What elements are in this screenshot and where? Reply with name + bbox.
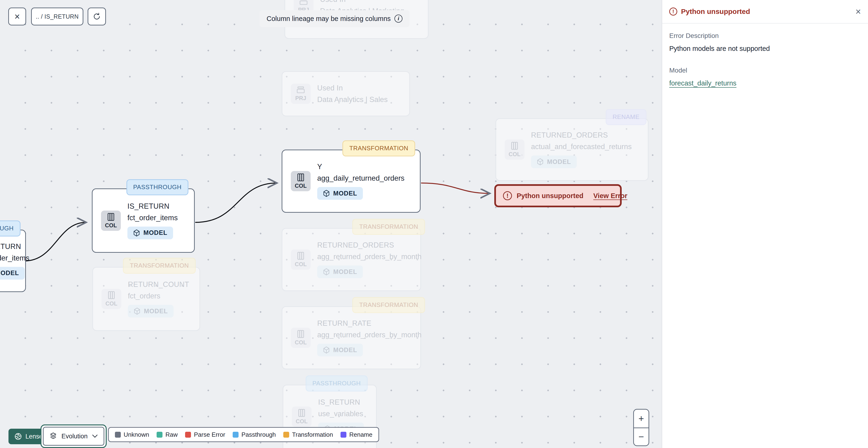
panel-title: Python unsupported: [681, 7, 750, 16]
lens-badge-passthrough: PASSTHROUGH: [0, 220, 21, 237]
model-chip: MODEL: [317, 187, 363, 200]
view-error-link[interactable]: View Error: [593, 192, 627, 200]
error-node-python-unsupported[interactable]: ! Python unsupported View Error: [494, 184, 622, 207]
lens-badge-transformation: TRANSFORMATION: [352, 219, 425, 235]
node-subtitle: agg_returned_orders_by_month: [317, 331, 422, 339]
legend-item-parse-error: Parse Error: [185, 431, 225, 438]
panel-header: ! Python unsupported ×: [662, 0, 868, 24]
lens-aperture-icon: [14, 432, 22, 441]
model-chip-label: MODEL: [333, 268, 357, 276]
error-description-label: Error Description: [669, 32, 861, 39]
panel-body: Error Description Python models are not …: [662, 24, 868, 96]
node-title: RETURNED_ORDERS: [531, 131, 631, 140]
model-chip: MODEL: [0, 267, 25, 279]
model-chip-label: MODEL: [144, 229, 167, 237]
node-title: RETURN_COUNT: [128, 280, 189, 289]
error-description-text: Python models are not supported: [669, 45, 861, 53]
column-badge-label: COL: [296, 418, 308, 425]
legend-label: Parse Error: [194, 431, 225, 438]
column-badge-label: COL: [105, 300, 118, 307]
model-chip: MODEL: [531, 155, 577, 168]
model-chip-label: MODEL: [0, 269, 19, 277]
banner-text: Column lineage may be missing columns: [267, 15, 391, 23]
node-subtitle: fct_order_items: [127, 214, 178, 222]
lens-selector-focus-ring: Evolution: [40, 424, 107, 448]
node-subtitle: agg_returned_orders_by_month: [317, 252, 422, 261]
model-chip-label: MODEL: [333, 190, 357, 197]
edge-left-to-isreturn: [24, 222, 86, 261]
legend-item-passthrough: Passthrough: [232, 431, 276, 438]
legend-item-transformation: Transformation: [283, 431, 333, 438]
model-chip: MODEL: [128, 305, 174, 318]
zoom-controls: + −: [633, 409, 649, 446]
column-badge-label: COL: [295, 261, 307, 268]
node-subtitle: fct_order_items: [0, 254, 29, 262]
column-badge: COL: [291, 171, 311, 191]
node-title: IS_RETURN: [318, 398, 364, 407]
node-title: IS_RETURN: [0, 242, 29, 251]
info-icon[interactable]: i: [395, 14, 402, 23]
column-badge: COL: [101, 211, 121, 231]
column-badge: COL: [291, 328, 311, 348]
zoom-out-button[interactable]: −: [634, 427, 649, 445]
model-chip-label: MODEL: [333, 347, 357, 354]
lineage-node-return-rate[interactable]: TRANSFORMATION COL RETURN_RATE agg_retur…: [282, 306, 421, 369]
model-link[interactable]: forecast_daily_returns: [669, 79, 736, 87]
model-chip: MODEL: [317, 265, 363, 278]
node-title: RETURNED_ORDERS: [317, 241, 422, 249]
breadcrumb-label: .. / IS_RETURN: [36, 13, 79, 20]
warning-icon: !: [669, 7, 677, 16]
legend-label: Raw: [165, 431, 178, 438]
lineage-node-returned-orders-renamed[interactable]: RENAME COL RETURNED_ORDERS actual_and_fo…: [495, 118, 649, 181]
legend-item-rename: Rename: [341, 431, 372, 438]
lineage-node-used-in-sales[interactable]: PRJ Used In Data Analytics | Sales: [282, 71, 410, 116]
legend-swatch: [115, 432, 121, 438]
lineage-node-returned-orders-month[interactable]: TRANSFORMATION COL RETURNED_ORDERS agg_r…: [282, 228, 421, 291]
layers-icon: [49, 432, 57, 440]
legend-swatch: [283, 432, 289, 438]
legend-swatch: [185, 432, 191, 438]
legend-label: Rename: [349, 431, 372, 438]
lineage-node-return-count[interactable]: TRANSFORMATION COL RETURN_COUNT fct_orde…: [92, 267, 200, 331]
lineage-node-is-return[interactable]: PASSTHROUGH COL IS_RETURN fct_order_item…: [92, 188, 195, 253]
column-badge-label: COL: [295, 339, 307, 346]
refresh-button[interactable]: [88, 7, 106, 25]
node-title: Y: [317, 162, 405, 171]
lineage-canvas[interactable]: PRJ Used In Data Analytics | Marketing P…: [0, 0, 662, 448]
node-subtitle: Data Analytics | Sales: [317, 95, 388, 104]
column-badge: COL: [505, 140, 524, 160]
model-chip: MODEL: [317, 344, 363, 356]
node-title: IS_RETURN: [127, 202, 178, 211]
panel-close-icon[interactable]: ×: [856, 7, 861, 16]
lens-badge-transformation: TRANSFORMATION: [342, 140, 415, 156]
node-subtitle: use_variables: [318, 410, 364, 418]
edge-isreturn-to-y: [195, 183, 277, 222]
refresh-icon: [93, 12, 101, 21]
legend-label: Transformation: [292, 431, 333, 438]
lens-badge-passthrough: PASSTHROUGH: [306, 376, 368, 391]
model-label: Model: [669, 67, 861, 74]
close-icon: ×: [14, 11, 20, 22]
lens-badge-transformation: TRANSFORMATION: [123, 258, 196, 274]
legend-label: Unknown: [124, 431, 149, 438]
model-chip-label: MODEL: [547, 158, 571, 166]
model-chip: MODEL: [127, 227, 173, 239]
lens-badge-transformation: TRANSFORMATION: [352, 297, 425, 313]
project-badge-label: PRJ: [295, 95, 306, 101]
column-lineage-app: PRJ Used In Data Analytics | Marketing P…: [0, 0, 868, 448]
column-badge-label: COL: [509, 151, 521, 157]
lineage-node-left-partial[interactable]: PASSTHROUGH COL IS_RETURN fct_order_item…: [0, 230, 26, 292]
lineage-node-y[interactable]: TRANSFORMATION COL Y agg_daily_returned_…: [282, 150, 421, 213]
close-lineage-button[interactable]: ×: [8, 7, 26, 25]
node-title: Used In: [317, 84, 388, 92]
zoom-in-button[interactable]: +: [634, 410, 649, 427]
lens-dropdown[interactable]: Evolution: [43, 427, 104, 446]
lens-badge-passthrough: PASSTHROUGH: [126, 179, 188, 195]
breadcrumb[interactable]: .. / IS_RETURN: [31, 7, 83, 25]
chevron-down-icon: [92, 434, 98, 438]
warning-icon: !: [503, 191, 512, 200]
legend-swatch: [157, 432, 162, 438]
error-node-label: Python unsupported: [517, 192, 584, 200]
column-badge: COL: [101, 289, 121, 309]
node-subtitle: fct_orders: [128, 292, 189, 300]
